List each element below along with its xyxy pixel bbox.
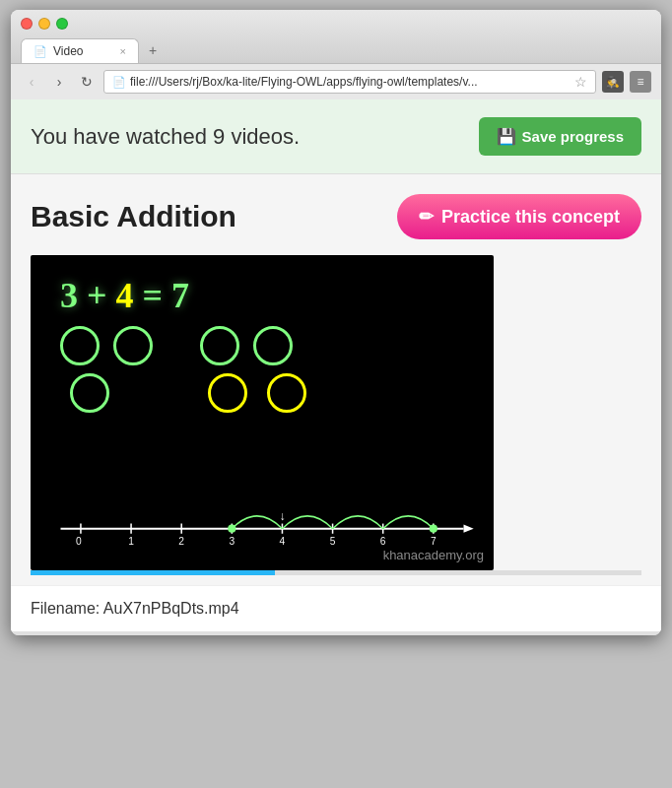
menu-icon[interactable]: ≡ — [630, 71, 651, 93]
circle-4 — [253, 326, 293, 365]
svg-text:7: 7 — [431, 536, 437, 547]
number-line-area: 0 1 2 3 4 5 — [40, 498, 484, 553]
tab-page-icon: 📄 — [34, 45, 47, 58]
filename-text: Filename: AuX7nPBqDts.mp4 — [31, 600, 239, 617]
reload-icon: ↻ — [81, 74, 93, 90]
svg-text:↓: ↓ — [279, 509, 285, 523]
svg-text:6: 6 — [380, 536, 386, 547]
watermark: khanacademy.org — [383, 548, 484, 562]
video-header: Basic Addition ✏ Practice this concept — [31, 194, 641, 239]
circle-5 — [70, 373, 109, 413]
browser-window: 📄 Video × + ‹ › ↻ 📄 file:///Users/rj/Box… — [11, 10, 661, 635]
watch-count-text: You have watched 9 videos. — [31, 124, 300, 150]
number-line-svg: 0 1 2 3 4 5 — [40, 498, 484, 549]
browser-tab[interactable]: 📄 Video × — [21, 38, 139, 63]
svg-marker-1 — [464, 524, 474, 532]
back-icon: ‹ — [30, 74, 34, 90]
video-title: Basic Addition — [31, 200, 236, 233]
top-banner: You have watched 9 videos. 💾 Save progre… — [11, 99, 661, 174]
maximize-window-button[interactable] — [56, 18, 68, 30]
svg-text:1: 1 — [128, 536, 134, 547]
browser-status-bar — [11, 631, 661, 635]
save-icon: 💾 — [497, 127, 516, 146]
practice-concept-button[interactable]: ✏ Practice this concept — [397, 194, 641, 239]
video-player[interactable]: 3 + 4 = 7 — [31, 255, 494, 570]
spy-icon: 🕵 — [606, 76, 620, 89]
save-progress-button[interactable]: 💾 Save progress — [479, 117, 641, 156]
forward-icon: › — [57, 74, 62, 90]
svg-text:5: 5 — [330, 536, 336, 547]
page-content: You have watched 9 videos. 💾 Save progre… — [11, 99, 661, 631]
video-section: Basic Addition ✏ Practice this concept 3… — [11, 174, 661, 585]
svg-text:4: 4 — [280, 536, 286, 547]
svg-text:2: 2 — [178, 536, 184, 547]
close-window-button[interactable] — [21, 18, 33, 30]
pencil-icon: ✏ — [419, 206, 434, 228]
video-canvas: 3 + 4 = 7 — [31, 255, 494, 570]
circle-7 — [267, 373, 306, 413]
filename-section: Filename: AuX7nPBqDts.mp4 — [11, 585, 661, 631]
math-content: 3 + 4 = 7 — [31, 255, 494, 570]
svg-text:0: 0 — [76, 536, 82, 547]
new-tab-button[interactable]: + — [141, 37, 165, 63]
tab-label: Video — [53, 44, 83, 58]
back-button[interactable]: ‹ — [21, 71, 42, 93]
forward-button[interactable]: › — [48, 71, 70, 93]
svg-text:3: 3 — [229, 536, 235, 547]
menu-lines-icon: ≡ — [637, 75, 643, 89]
reload-button[interactable]: ↻ — [76, 71, 98, 93]
circle-2 — [113, 326, 153, 365]
circles-row-2 — [70, 373, 306, 413]
circles-row-1 — [60, 326, 293, 365]
minimize-window-button[interactable] — [38, 18, 50, 30]
svg-point-18 — [228, 524, 235, 532]
svg-point-19 — [430, 524, 437, 532]
title-bar: 📄 Video × + — [11, 10, 661, 63]
practice-button-label: Practice this concept — [441, 207, 620, 228]
circle-1 — [60, 326, 100, 365]
bookmark-icon[interactable]: ☆ — [574, 74, 587, 90]
circle-6 — [208, 373, 247, 413]
save-button-label: Save progress — [522, 128, 624, 145]
window-controls — [21, 18, 651, 30]
url-field[interactable]: 📄 file:///Users/rj/Box/ka-lite/Flying-OW… — [103, 70, 596, 94]
tab-close-button[interactable]: × — [120, 45, 126, 57]
progress-bar-container — [31, 570, 641, 575]
tabs-row: 📄 Video × + — [21, 37, 651, 63]
equation-display: 3 + 4 = 7 — [60, 275, 189, 316]
lock-icon: 📄 — [112, 76, 126, 89]
url-text: file:///Users/rj/Box/ka-lite/Flying-OWL/… — [130, 75, 571, 89]
extension-icon[interactable]: 🕵 — [602, 71, 624, 93]
circle-3 — [200, 326, 239, 365]
address-bar: ‹ › ↻ 📄 file:///Users/rj/Box/ka-lite/Fly… — [11, 63, 661, 99]
progress-bar — [31, 570, 275, 575]
